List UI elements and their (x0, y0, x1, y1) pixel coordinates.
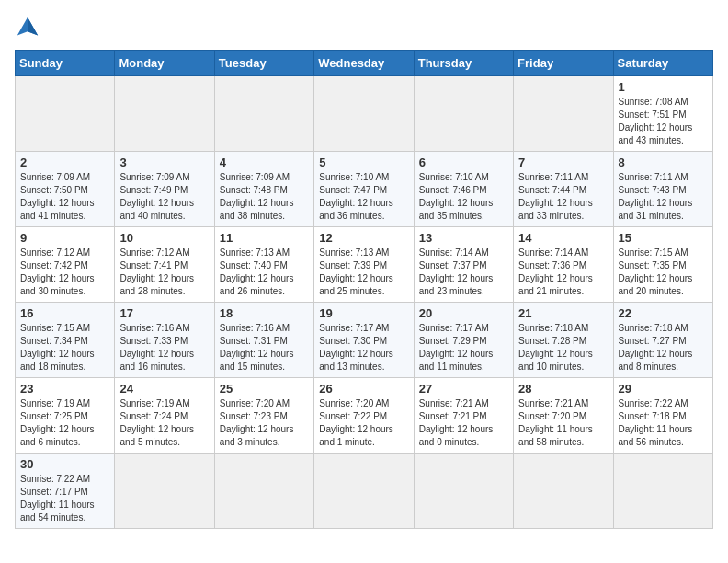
day-number: 11 (220, 231, 309, 245)
week-row-5: 23Sunrise: 7:19 AMSunset: 7:25 PMDayligh… (16, 378, 713, 454)
page-header (15, 15, 713, 40)
calendar-cell: 24Sunrise: 7:19 AMSunset: 7:24 PMDayligh… (115, 378, 214, 454)
calendar-cell: 10Sunrise: 7:12 AMSunset: 7:41 PMDayligh… (115, 227, 214, 303)
calendar-cell (214, 76, 313, 152)
calendar-cell: 22Sunrise: 7:18 AMSunset: 7:27 PMDayligh… (613, 303, 712, 378)
day-number: 5 (319, 155, 408, 169)
week-row-2: 2Sunrise: 7:09 AMSunset: 7:50 PMDaylight… (16, 152, 713, 227)
calendar-cell: 14Sunrise: 7:14 AMSunset: 7:36 PMDayligh… (514, 227, 613, 303)
calendar-cell: 16Sunrise: 7:15 AMSunset: 7:34 PMDayligh… (16, 303, 115, 378)
col-header-thursday: Thursday (414, 51, 513, 76)
day-info: Sunrise: 7:18 AMSunset: 7:28 PMDaylight:… (518, 322, 608, 373)
day-info: Sunrise: 7:09 AMSunset: 7:50 PMDaylight:… (20, 171, 109, 223)
day-info: Sunrise: 7:19 AMSunset: 7:25 PMDaylight:… (20, 397, 109, 449)
calendar-cell: 9Sunrise: 7:12 AMSunset: 7:42 PMDaylight… (16, 227, 115, 303)
day-info: Sunrise: 7:15 AMSunset: 7:34 PMDaylight:… (20, 322, 109, 373)
calendar-cell (115, 454, 214, 529)
day-number: 13 (419, 231, 508, 245)
day-number: 8 (619, 155, 708, 169)
col-header-monday: Monday (115, 51, 214, 76)
day-info: Sunrise: 7:18 AMSunset: 7:27 PMDaylight:… (619, 322, 708, 373)
day-info: Sunrise: 7:13 AMSunset: 7:39 PMDaylight:… (319, 247, 408, 298)
calendar-cell (214, 454, 313, 529)
day-number: 23 (20, 382, 109, 396)
day-number: 14 (518, 231, 608, 245)
calendar-cell (613, 454, 712, 529)
calendar-cell: 5Sunrise: 7:10 AMSunset: 7:47 PMDaylight… (314, 152, 414, 227)
calendar-cell: 3Sunrise: 7:09 AMSunset: 7:49 PMDaylight… (115, 152, 214, 227)
day-info: Sunrise: 7:17 AMSunset: 7:30 PMDaylight:… (319, 322, 408, 373)
day-info: Sunrise: 7:12 AMSunset: 7:42 PMDaylight:… (20, 247, 109, 298)
calendar-cell (414, 76, 513, 152)
day-info: Sunrise: 7:12 AMSunset: 7:41 PMDaylight:… (119, 247, 209, 298)
day-number: 27 (419, 382, 508, 396)
day-info: Sunrise: 7:09 AMSunset: 7:49 PMDaylight:… (119, 171, 209, 223)
day-number: 6 (419, 155, 508, 169)
logo-icon (15, 15, 40, 40)
col-header-sunday: Sunday (16, 51, 115, 76)
day-number: 26 (319, 382, 408, 396)
day-number: 16 (20, 306, 109, 320)
day-number: 25 (220, 382, 309, 396)
day-info: Sunrise: 7:11 AMSunset: 7:43 PMDaylight:… (619, 171, 708, 223)
day-info: Sunrise: 7:20 AMSunset: 7:22 PMDaylight:… (319, 397, 408, 449)
day-info: Sunrise: 7:08 AMSunset: 7:51 PMDaylight:… (619, 96, 708, 147)
day-info: Sunrise: 7:11 AMSunset: 7:44 PMDaylight:… (518, 171, 608, 223)
day-info: Sunrise: 7:19 AMSunset: 7:24 PMDaylight:… (119, 397, 209, 449)
calendar-cell: 25Sunrise: 7:20 AMSunset: 7:23 PMDayligh… (214, 378, 313, 454)
calendar-cell (115, 76, 214, 152)
calendar-cell: 23Sunrise: 7:19 AMSunset: 7:25 PMDayligh… (16, 378, 115, 454)
day-number: 3 (119, 155, 209, 169)
day-number: 18 (220, 306, 309, 320)
week-row-3: 9Sunrise: 7:12 AMSunset: 7:42 PMDaylight… (16, 227, 713, 303)
col-header-tuesday: Tuesday (214, 51, 313, 76)
calendar-table: SundayMondayTuesdayWednesdayThursdayFrid… (15, 50, 713, 529)
calendar-cell: 27Sunrise: 7:21 AMSunset: 7:21 PMDayligh… (414, 378, 513, 454)
day-info: Sunrise: 7:21 AMSunset: 7:21 PMDaylight:… (419, 397, 508, 449)
day-number: 7 (518, 155, 608, 169)
day-number: 24 (119, 382, 209, 396)
calendar-cell: 19Sunrise: 7:17 AMSunset: 7:30 PMDayligh… (314, 303, 414, 378)
calendar-cell: 18Sunrise: 7:16 AMSunset: 7:31 PMDayligh… (214, 303, 313, 378)
calendar-cell: 28Sunrise: 7:21 AMSunset: 7:20 PMDayligh… (514, 378, 613, 454)
week-row-6: 30Sunrise: 7:22 AMSunset: 7:17 PMDayligh… (16, 454, 713, 529)
calendar-cell (514, 76, 613, 152)
col-header-friday: Friday (514, 51, 613, 76)
day-info: Sunrise: 7:22 AMSunset: 7:17 PMDaylight:… (20, 473, 109, 524)
calendar-cell: 30Sunrise: 7:22 AMSunset: 7:17 PMDayligh… (16, 454, 115, 529)
calendar-cell (314, 454, 414, 529)
day-info: Sunrise: 7:15 AMSunset: 7:35 PMDaylight:… (619, 247, 708, 298)
day-info: Sunrise: 7:10 AMSunset: 7:47 PMDaylight:… (319, 171, 408, 223)
day-info: Sunrise: 7:14 AMSunset: 7:36 PMDaylight:… (518, 247, 608, 298)
calendar-cell: 4Sunrise: 7:09 AMSunset: 7:48 PMDaylight… (214, 152, 313, 227)
day-info: Sunrise: 7:20 AMSunset: 7:23 PMDaylight:… (220, 397, 309, 449)
calendar-cell: 12Sunrise: 7:13 AMSunset: 7:39 PMDayligh… (314, 227, 414, 303)
week-row-1: 1Sunrise: 7:08 AMSunset: 7:51 PMDaylight… (16, 76, 713, 152)
logo (15, 15, 44, 40)
day-info: Sunrise: 7:16 AMSunset: 7:31 PMDaylight:… (220, 322, 309, 373)
calendar-cell (514, 454, 613, 529)
day-info: Sunrise: 7:10 AMSunset: 7:46 PMDaylight:… (419, 171, 508, 223)
day-number: 19 (319, 306, 408, 320)
day-info: Sunrise: 7:16 AMSunset: 7:33 PMDaylight:… (119, 322, 209, 373)
calendar-cell: 15Sunrise: 7:15 AMSunset: 7:35 PMDayligh… (613, 227, 712, 303)
day-number: 1 (619, 80, 708, 94)
calendar-cell: 6Sunrise: 7:10 AMSunset: 7:46 PMDaylight… (414, 152, 513, 227)
day-number: 15 (619, 231, 708, 245)
calendar-cell: 7Sunrise: 7:11 AMSunset: 7:44 PMDaylight… (514, 152, 613, 227)
calendar-cell (414, 454, 513, 529)
calendar-cell: 13Sunrise: 7:14 AMSunset: 7:37 PMDayligh… (414, 227, 513, 303)
day-info: Sunrise: 7:14 AMSunset: 7:37 PMDaylight:… (419, 247, 508, 298)
calendar-body: 1Sunrise: 7:08 AMSunset: 7:51 PMDaylight… (16, 76, 713, 529)
day-info: Sunrise: 7:22 AMSunset: 7:18 PMDaylight:… (619, 397, 708, 449)
calendar-cell: 26Sunrise: 7:20 AMSunset: 7:22 PMDayligh… (314, 378, 414, 454)
day-info: Sunrise: 7:21 AMSunset: 7:20 PMDaylight:… (518, 397, 608, 449)
day-number: 21 (518, 306, 608, 320)
day-number: 12 (319, 231, 408, 245)
calendar-cell: 2Sunrise: 7:09 AMSunset: 7:50 PMDaylight… (16, 152, 115, 227)
day-number: 10 (119, 231, 209, 245)
day-number: 4 (220, 155, 309, 169)
day-info: Sunrise: 7:09 AMSunset: 7:48 PMDaylight:… (220, 171, 309, 223)
calendar-cell: 17Sunrise: 7:16 AMSunset: 7:33 PMDayligh… (115, 303, 214, 378)
calendar-cell: 20Sunrise: 7:17 AMSunset: 7:29 PMDayligh… (414, 303, 513, 378)
